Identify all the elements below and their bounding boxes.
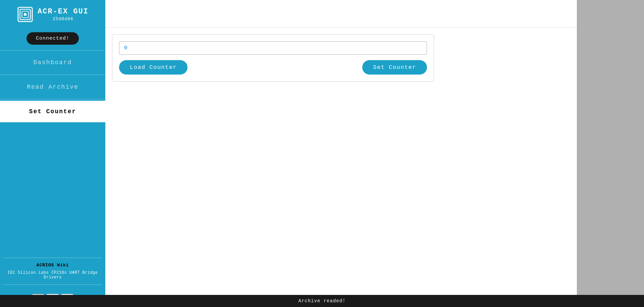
content-area: Load Counter Set Counter [105, 28, 577, 307]
set-counter-button[interactable]: Set Counter [362, 60, 427, 75]
sidebar-item-read-archive[interactable]: Read Archive [0, 76, 105, 98]
button-row: Load Counter Set Counter [119, 60, 427, 75]
divider-3 [0, 99, 105, 99]
app-logo-icon [17, 6, 34, 23]
counter-card: Load Counter Set Counter [112, 34, 434, 82]
sidebar-item-set-counter[interactable]: Set Counter [0, 101, 105, 122]
connection-status-button[interactable]: Connected! [26, 32, 79, 45]
footer-divider-2 [3, 284, 102, 285]
divider-1 [0, 50, 105, 50]
svg-rect-3 [24, 13, 26, 16]
load-counter-button[interactable]: Load Counter [119, 60, 187, 75]
app-version: 25d0d86 [38, 16, 89, 21]
logo-area: ACR-EX GUI 25d0d86 [13, 0, 92, 26]
top-bar [105, 0, 577, 28]
app-title-group: ACR-EX GUI 25d0d86 [38, 7, 89, 21]
sidebar-footer: ACRIOS Wiki IEC Silicon Labs CP210x UART… [0, 256, 105, 287]
status-bar: Archive readed! [0, 295, 644, 307]
main-content: Load Counter Set Counter [105, 0, 577, 307]
driver-link-text[interactable]: IEC Silicon Labs CP210x UART Bridge Driv… [3, 270, 102, 280]
divider-2 [0, 75, 105, 75]
app-title: ACR-EX GUI [38, 7, 89, 16]
wiki-link[interactable]: ACRIOS Wiki [37, 263, 69, 268]
sidebar: ACR-EX GUI 25d0d86 Connected! Dashboard … [0, 0, 105, 307]
footer-divider [3, 258, 102, 258]
status-message: Archive readed! [298, 298, 345, 304]
sidebar-item-dashboard[interactable]: Dashboard [0, 52, 105, 73]
right-panel [577, 0, 644, 307]
counter-input[interactable] [119, 41, 427, 55]
